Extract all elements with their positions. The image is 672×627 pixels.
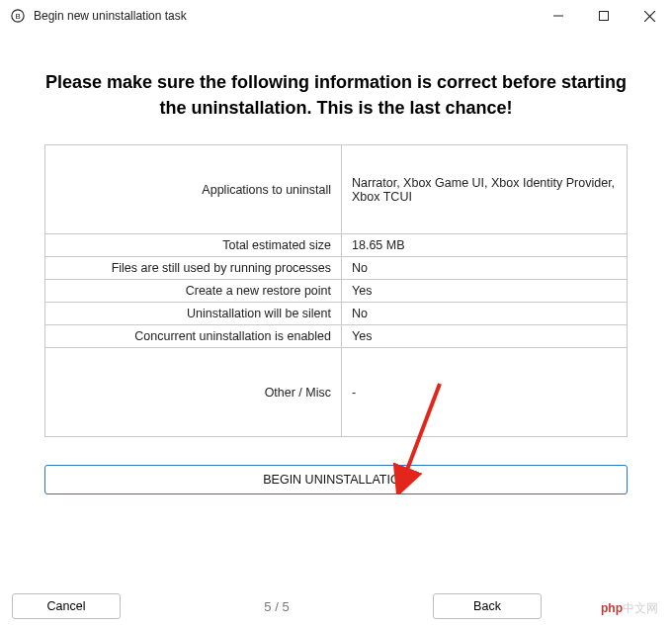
- table-row: Uninstallation will be silent No: [45, 303, 628, 325]
- content-area: Please make sure the following informati…: [0, 32, 672, 494]
- window-title: Begin new uninstallation task: [34, 9, 187, 23]
- row-label: Other / Misc: [45, 348, 342, 437]
- table-row: Other / Misc -: [45, 348, 628, 437]
- table-row: Create a new restore point Yes: [45, 280, 628, 303]
- svg-text:B: B: [15, 12, 20, 21]
- window-controls: [536, 0, 672, 32]
- step-indicator: 5 / 5: [132, 599, 421, 614]
- row-label: Create a new restore point: [45, 280, 342, 303]
- minimize-button[interactable]: [536, 0, 581, 32]
- summary-table: Applications to uninstall Narrator, Xbox…: [44, 144, 628, 437]
- titlebar: B Begin new uninstallation task: [0, 0, 672, 32]
- row-label: Concurrent uninstallation is enabled: [45, 325, 342, 348]
- row-value: Narrator, Xbox Game UI, Xbox Identity Pr…: [342, 145, 628, 234]
- footer-bar: Cancel 5 / 5 Back Continue: [0, 593, 672, 619]
- row-value: Yes: [342, 325, 628, 348]
- cancel-button[interactable]: Cancel: [12, 593, 121, 619]
- table-row: Files are still used by running processe…: [45, 257, 628, 280]
- row-value: 18.65 MB: [342, 234, 628, 257]
- maximize-button[interactable]: [581, 0, 627, 32]
- table-row: Concurrent uninstallation is enabled Yes: [45, 325, 628, 348]
- row-value: No: [342, 257, 628, 280]
- table-row: Applications to uninstall Narrator, Xbox…: [45, 145, 628, 234]
- row-label: Total estimated size: [45, 234, 342, 257]
- close-button[interactable]: [627, 0, 672, 32]
- svg-rect-3: [600, 12, 609, 21]
- begin-uninstallation-button[interactable]: BEGIN UNINSTALLATION: [44, 465, 628, 494]
- row-value: No: [342, 303, 628, 325]
- back-button[interactable]: Back: [433, 593, 542, 619]
- app-icon: B: [10, 8, 26, 24]
- row-label: Uninstallation will be silent: [45, 303, 342, 325]
- row-value: Yes: [342, 280, 628, 303]
- table-row: Total estimated size 18.65 MB: [45, 234, 628, 257]
- row-value: -: [342, 348, 628, 437]
- page-heading: Please make sure the following informati…: [44, 69, 628, 121]
- row-label: Applications to uninstall: [45, 145, 342, 234]
- row-label: Files are still used by running processe…: [45, 257, 342, 280]
